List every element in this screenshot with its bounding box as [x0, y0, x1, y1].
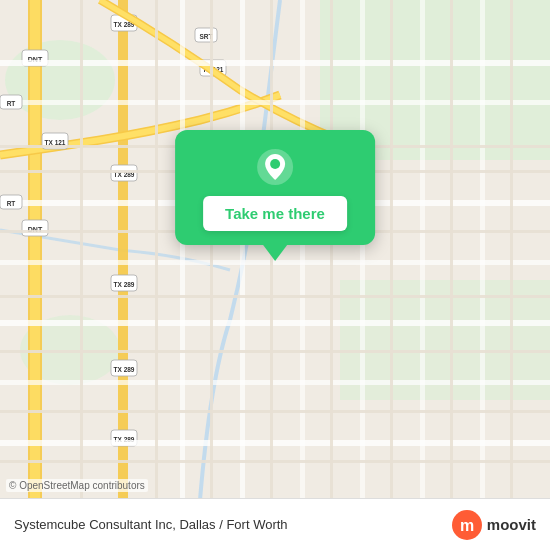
- svg-text:TX 289: TX 289: [114, 281, 135, 288]
- svg-rect-49: [155, 0, 158, 500]
- svg-rect-48: [80, 0, 83, 500]
- svg-rect-40: [480, 0, 485, 500]
- svg-text:m: m: [460, 517, 474, 534]
- svg-rect-53: [390, 0, 393, 500]
- location-label: Systemcube Consultant Inc, Dallas / Fort…: [14, 517, 288, 532]
- svg-rect-55: [510, 0, 513, 500]
- moovit-logo[interactable]: m moovit: [451, 509, 536, 541]
- svg-text:TX 121: TX 121: [45, 139, 66, 146]
- location-pin-icon: [256, 148, 294, 186]
- moovit-label: moovit: [487, 516, 536, 533]
- popup-box: Take me there: [175, 130, 375, 245]
- svg-point-61: [270, 159, 280, 169]
- svg-rect-6: [30, 0, 40, 500]
- svg-text:RT: RT: [7, 100, 16, 107]
- svg-text:TX 289: TX 289: [114, 366, 135, 373]
- svg-text:RT: RT: [7, 200, 16, 207]
- bottom-bar: Systemcube Consultant Inc, Dallas / Fort…: [0, 498, 550, 550]
- moovit-icon: m: [451, 509, 483, 541]
- svg-rect-11: [118, 0, 128, 500]
- popup-tail: [263, 245, 287, 261]
- map-container: DNT DNT TX 289 TX 289 TX 289 TX 289 TX 2…: [0, 0, 550, 550]
- take-me-there-button[interactable]: Take me there: [203, 196, 347, 231]
- popup-card: Take me there: [175, 130, 375, 261]
- svg-rect-54: [450, 0, 453, 500]
- map-attribution: © OpenStreetMap contributors: [6, 479, 148, 492]
- svg-rect-39: [420, 0, 425, 500]
